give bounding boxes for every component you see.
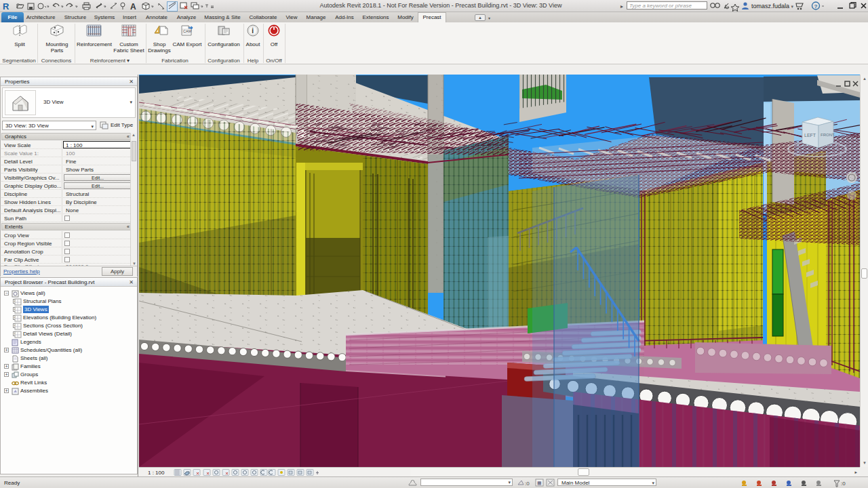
- svg-text:FRONT: FRONT: [821, 133, 835, 137]
- svg-text:i: i: [252, 27, 254, 35]
- svg-text:LEFT: LEFT: [804, 133, 816, 138]
- svg-text:CAM: CAM: [183, 29, 192, 33]
- svg-text:A: A: [130, 2, 136, 12]
- svg-text::0: :0: [841, 481, 846, 487]
- svg-text:?: ?: [814, 3, 818, 9]
- svg-text:R: R: [3, 1, 9, 12]
- svg-text:▦: ▦: [537, 481, 542, 485]
- svg-text::0: :0: [525, 481, 530, 487]
